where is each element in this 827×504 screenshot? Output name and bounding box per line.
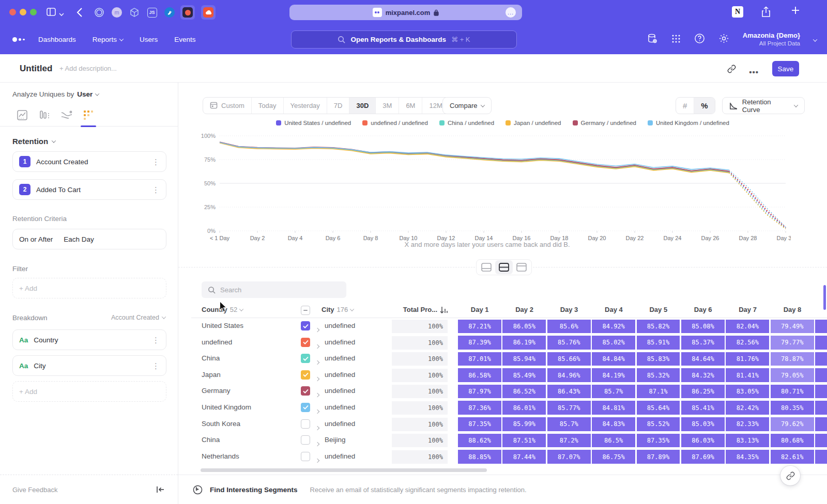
retention-cell[interactable]: 85.08% [681, 320, 725, 334]
count-toggle-button[interactable]: # [676, 98, 694, 114]
retention-cell-clipped[interactable] [815, 401, 827, 415]
nav-item-reports[interactable]: Reports [93, 36, 123, 43]
kebab-menu-icon[interactable]: ⋮ [152, 336, 160, 344]
retention-cell-clipped[interactable] [815, 352, 827, 366]
retention-cell[interactable]: 87.89% [637, 450, 680, 464]
retention-cell[interactable]: 85.66% [547, 352, 591, 366]
add-filter-button[interactable]: + Add [12, 278, 166, 298]
retention-cell[interactable]: 85.94% [502, 352, 546, 366]
cloud-ext-icon[interactable] [201, 5, 216, 20]
table-row[interactable]: Japanundefined100%86.58%85.49%84.96%84.1… [191, 367, 827, 384]
js-icon[interactable]: JS [145, 5, 159, 20]
retention-cell[interactable]: 87.1% [637, 385, 680, 399]
retention-cell[interactable]: 82.33% [726, 417, 769, 431]
retention-cell[interactable]: 78.87% [771, 352, 814, 366]
retention-cell[interactable]: 87.21% [458, 320, 501, 334]
data-management-icon[interactable] [647, 33, 658, 46]
country-column-header[interactable]: Country 52 [202, 306, 243, 313]
range-3m[interactable]: 3M [375, 98, 399, 114]
retention-cell[interactable]: 84.92% [592, 320, 635, 334]
retention-cell[interactable]: 85.49% [502, 368, 546, 382]
expand-row-icon[interactable] [316, 373, 319, 383]
legend-item[interactable]: United States / undefined [276, 120, 351, 126]
nav-item-dashboards[interactable]: Dashboards [38, 36, 76, 43]
retention-cell[interactable]: 85.76% [547, 336, 591, 350]
retention-cell[interactable]: 86.43% [547, 385, 591, 399]
range-6m[interactable]: 6M [399, 98, 422, 114]
total-column-header[interactable]: Total Pro... [392, 306, 437, 313]
retention-cell[interactable]: 85.52% [637, 417, 680, 431]
retention-cell[interactable]: 85.91% [637, 336, 680, 350]
table-view-toggle[interactable] [513, 260, 530, 274]
retention-cell[interactable]: 82.04% [726, 320, 769, 334]
retention-cell[interactable]: 87.35% [458, 417, 501, 431]
kebab-menu-icon[interactable]: ⋮ [152, 362, 160, 370]
retention-cell[interactable]: 84.83% [592, 417, 635, 431]
retention-cell[interactable]: 87.35% [637, 434, 680, 448]
day-column-header[interactable]: Day 5 [637, 306, 680, 313]
report-title[interactable]: Untitled [20, 64, 52, 74]
retention-cell[interactable]: 85.7% [547, 417, 591, 431]
retention-cell[interactable]: 84.84% [592, 352, 635, 366]
retention-cell[interactable]: 87.51% [502, 434, 546, 448]
collapse-sidebar-icon[interactable] [156, 486, 164, 493]
more-options-icon[interactable]: ••• [749, 68, 759, 76]
breakdown-card-city[interactable]: Aa City ⋮ [12, 355, 166, 376]
legend-item[interactable]: undefined / undefined [362, 120, 428, 126]
select-all-checkbox[interactable] [301, 306, 310, 315]
legend-item[interactable]: China / undefined [439, 120, 494, 126]
row-checkbox[interactable] [301, 419, 310, 429]
chart-view-toggle[interactable] [478, 260, 495, 274]
legend-item[interactable]: Germany / undefined [573, 120, 636, 126]
global-search[interactable]: Open Reports & Dashboards ⌘ + K [291, 30, 517, 49]
retention-cell[interactable]: 86.19% [502, 336, 546, 350]
share-icon[interactable] [761, 6, 771, 20]
retention-cell[interactable]: 79.62% [771, 417, 814, 431]
table-row[interactable]: United Statesundefined100%87.21%86.05%85… [191, 318, 827, 335]
mixpanel-logo[interactable] [12, 37, 25, 42]
retention-cell[interactable]: 85.32% [637, 368, 680, 382]
day-column-header[interactable]: Day 1 [458, 306, 501, 313]
retention-cell-clipped[interactable] [815, 417, 827, 431]
retention-cell[interactable]: 80.35% [771, 401, 814, 415]
retention-cell[interactable]: 80.68% [771, 434, 814, 448]
ring-icon[interactable] [92, 5, 106, 20]
retention-cell-clipped[interactable] [815, 336, 827, 350]
split-view-toggle[interactable] [495, 260, 513, 274]
table-row[interactable]: South Koreaundefined100%87.35%85.99%85.7… [191, 416, 827, 433]
copy-link-icon[interactable] [727, 65, 736, 75]
day-column-header[interactable]: Day 6 [681, 306, 725, 313]
retention-cell[interactable]: 87.97% [458, 385, 501, 399]
row-checkbox[interactable] [301, 370, 310, 380]
retention-cell[interactable]: 86.58% [458, 368, 501, 382]
percent-toggle-button[interactable]: % [694, 98, 714, 114]
retention-chart[interactable]: 0%25%50%75%100%< 1 DayDay 2Day 4Day 6Day… [196, 130, 791, 241]
retention-cell[interactable]: 85.83% [637, 352, 680, 366]
retention-cell[interactable]: 85.82% [637, 320, 680, 334]
step-card-1[interactable]: 1 Account Created ⋮ [12, 151, 166, 172]
retention-cell[interactable]: 87.44% [502, 450, 546, 464]
retention-cell[interactable]: 84.81% [592, 401, 635, 415]
table-row[interactable]: Chinaundefined100%87.01%85.94%85.66%84.8… [191, 351, 827, 367]
chart-type-dropdown[interactable]: Retention Curve [722, 97, 805, 114]
retention-cell-clipped[interactable] [815, 320, 827, 334]
settings-gear-icon[interactable] [718, 33, 729, 46]
apps-grid-icon[interactable] [671, 34, 681, 45]
retention-cell[interactable]: 84.32% [681, 368, 725, 382]
share-link-fab[interactable] [780, 466, 800, 485]
table-row[interactable]: ChinaBeijing100%88.62%87.51%87.2%86.5%87… [191, 432, 827, 449]
retention-cell[interactable]: 81.76% [726, 352, 769, 366]
compare-button[interactable]: Compare [442, 97, 492, 114]
row-checkbox[interactable] [301, 403, 310, 412]
retention-cell[interactable]: 80.71% [771, 385, 814, 399]
retention-cell-clipped[interactable] [815, 450, 827, 464]
m-avatar-icon[interactable]: m [110, 5, 124, 20]
row-checkbox[interactable] [301, 321, 310, 330]
retention-cell[interactable]: 79.77% [771, 336, 814, 350]
city-column-header[interactable]: City 176 [321, 306, 354, 313]
day-column-header[interactable]: Day 8 [771, 306, 814, 313]
day-column-header[interactable]: Day 4 [592, 306, 635, 313]
row-checkbox[interactable] [301, 435, 310, 445]
row-checkbox[interactable] [301, 452, 310, 461]
project-switcher[interactable]: Amazonia {Demo} All Project Data [743, 32, 800, 48]
